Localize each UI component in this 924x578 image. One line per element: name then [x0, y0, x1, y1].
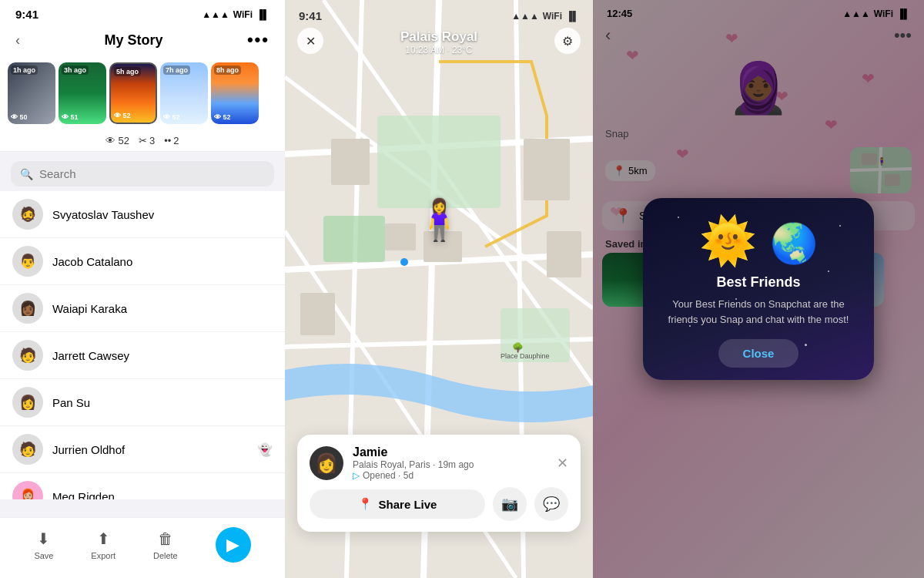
svg-point-19 [400, 258, 408, 266]
story-thumb-3[interactable]: 7h ago 👁 52 [160, 62, 208, 124]
share-live-button[interactable]: 📍 Share Live [310, 489, 485, 519]
list-item[interactable]: 🧔 Svyatoslav Taushev [0, 191, 285, 238]
location-card-actions: 📍 Share Live 📷 💬 [310, 487, 568, 521]
share-live-pin-icon: 📍 [358, 497, 373, 511]
chat-icon: 💬 [543, 496, 560, 512]
opened-arrow-icon: ▷ [353, 470, 360, 481]
story-age-1: 3h ago [62, 66, 89, 75]
location-card: 👩 Jamie Palais Royal, Paris · 19m ago ▷ … [297, 435, 581, 532]
contact-name: Pan Su [52, 396, 90, 409]
bottom-bar: ⬇ Save ⬆ Export 🗑 Delete ▶ [0, 517, 285, 578]
contact-name: Jarrett Cawsey [52, 349, 129, 362]
avatar: 👩🏾 [12, 293, 43, 324]
best-friends-modal: 🌞 🌏 Best Friends Your Best Friends on Sn… [643, 198, 874, 380]
story-views-4: 👁 52 [214, 113, 231, 121]
send-fab-button[interactable]: ▶ [216, 527, 251, 563]
contact-name: Jurrien Oldhof [52, 443, 125, 456]
location-card-header: 👩 Jamie Palais Royal, Paris · 19m ago ▷ … [310, 445, 568, 481]
card-opened: ▷ Opened · 5d [353, 470, 474, 481]
avatar: 🧑 [12, 340, 43, 371]
list-item[interactable]: 🧑 Jarrett Cawsey [0, 332, 285, 379]
battery-icon: ▐▌ [256, 9, 270, 20]
map-wifi-icon: WiFi [543, 11, 562, 22]
contact-name: Meg Rigden [52, 490, 115, 500]
share-live-label: Share Live [379, 498, 437, 511]
avatar: 👩 [12, 387, 43, 418]
list-item[interactable]: 👩🏼‍🦰 Meg Rigden [0, 473, 285, 499]
send-icon: ▶ [226, 535, 239, 555]
svg-rect-17 [300, 293, 335, 335]
story-thumb-2[interactable]: 5h ago 👁 52 [109, 62, 157, 124]
search-input[interactable] [39, 167, 265, 180]
map-settings-button[interactable]: ⚙ [554, 28, 581, 54]
sun-bitmoji-icon: 🌞 [699, 215, 757, 267]
svg-text:Place Dauphine: Place Dauphine [500, 352, 550, 360]
avatar: 🧔 [12, 199, 43, 230]
map-signal-icon: ▲▲▲ [511, 11, 539, 22]
time-1: 9:41 [15, 8, 38, 21]
modal-description: Your Best Friends on Snapchat are the fr… [661, 297, 855, 327]
story-title: My Story [104, 32, 162, 49]
list-item[interactable]: 👩 Pan Su [0, 379, 285, 426]
save-icon: ⬇ [37, 529, 50, 548]
story-thumb-4[interactable]: 8h ago 👁 52 [211, 62, 259, 124]
save-label: Save [34, 551, 53, 560]
story-views-3: 👁 52 [163, 113, 180, 121]
bitmoji-marker: 🧍‍♀️ [414, 197, 464, 244]
card-close-button[interactable]: ✕ [557, 455, 568, 472]
signal-icon: ▲▲▲ [202, 9, 229, 20]
story-age-0: 1h ago [11, 66, 38, 75]
search-bar[interactable]: 🔍 [11, 161, 274, 187]
export-button[interactable]: ⬆ Export [91, 529, 116, 560]
avatar: 👩🏼‍🦰 [12, 481, 43, 499]
map-status-icons: ▲▲▲ WiFi ▐▌ [511, 11, 579, 22]
story-age-2: 5h ago [114, 67, 141, 76]
search-icon: 🔍 [20, 168, 33, 180]
card-place: Palais Royal, Paris · 19m ago [353, 459, 474, 470]
back-chevron[interactable]: ‹ [15, 32, 20, 49]
story-age-4: 8h ago [214, 66, 241, 75]
svg-rect-13 [385, 223, 416, 250]
map-time: 9:41 [299, 9, 322, 22]
contact-name: Waiapi Karaka [52, 302, 127, 315]
svg-rect-10 [377, 116, 500, 208]
story-thumb-1[interactable]: 3h ago 👁 51 [59, 62, 106, 124]
wifi-icon: WiFi [233, 9, 253, 20]
chat-button[interactable]: 💬 [534, 487, 568, 521]
contact-name: Jacob Catalano [52, 255, 132, 268]
list-item[interactable]: 👨 Jacob Catalano [0, 238, 285, 285]
modal-title: Best Friends [661, 274, 855, 291]
svg-rect-16 [524, 139, 570, 200]
avatar: 🧑 [12, 434, 43, 465]
story-thumb-0[interactable]: 1h ago 👁 50 [8, 62, 55, 124]
map-location-name: Palais Royal [285, 29, 593, 45]
map-header: Palais Royal 10:23 AM · 23°C [285, 29, 593, 55]
planet-bitmoji-icon: 🌏 [770, 222, 818, 265]
delete-button[interactable]: 🗑 Delete [153, 530, 178, 560]
contacts-list: 🧔 Svyatoslav Taushev 👨 Jacob Catalano 👩🏾… [0, 191, 285, 499]
more-button[interactable]: ••• [247, 30, 270, 50]
phone-best-friends: ❤ ❤ ❤ ❤ ❤ ❤ ❤ ❤ 12:45 ▲▲▲ WiFi ▐▌ ‹ ••• … [593, 0, 924, 578]
map-location-info: 10:23 AM · 23°C [285, 45, 593, 55]
story-views-2: 👁 52 [114, 112, 131, 119]
save-button[interactable]: ⬇ Save [34, 529, 53, 560]
phone-my-story: 9:41 ▲▲▲ WiFi ▐▌ ‹ My Story ••• 1h ago 👁… [0, 0, 285, 578]
svg-rect-15 [331, 139, 370, 185]
story-strip: 1h ago 👁 50 3h ago 👁 51 5h ago 👁 52 7h a… [0, 56, 285, 130]
phone-snap-map: Place Dauphine 🌳 9:41 ▲▲▲ WiFi ▐▌ ✕ Pala… [285, 0, 593, 578]
camera-button[interactable]: 📷 [493, 487, 527, 521]
svg-rect-18 [547, 231, 581, 277]
status-icons-1: ▲▲▲ WiFi ▐▌ [202, 9, 270, 20]
svg-rect-11 [323, 216, 385, 262]
modal-illustration: 🌞 🌏 [661, 213, 855, 268]
settings-icon: ⚙ [562, 34, 573, 49]
avatar: 👨 [12, 246, 43, 277]
card-avatar: 👩 [310, 446, 343, 480]
list-item[interactable]: 🧑 Jurrien Oldhof 👻 [0, 426, 285, 473]
map-battery-icon: ▐▌ [566, 11, 579, 22]
modal-close-button[interactable]: Close [718, 339, 799, 368]
delete-label: Delete [153, 551, 178, 560]
list-item[interactable]: 👩🏾 Waiapi Karaka [0, 285, 285, 332]
reply-stat: •• 2 [164, 135, 179, 146]
contact-name: Svyatoslav Taushev [52, 208, 154, 221]
